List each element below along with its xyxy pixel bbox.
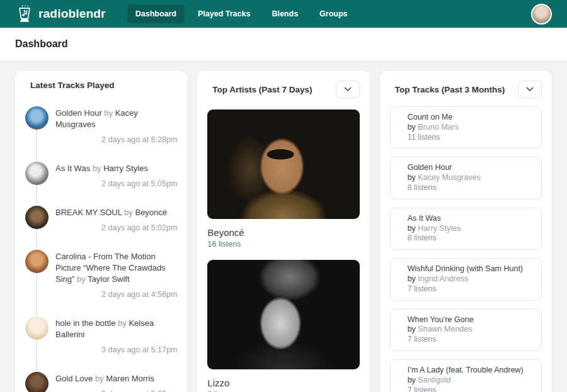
track-listen-count: 8 listens xyxy=(408,183,532,193)
artist-avatar xyxy=(25,316,49,340)
played-track-item: hole in the bottle by Kelsea Ballerini 3… xyxy=(25,316,177,354)
latest-tracks-title: Latest Tracks Played xyxy=(30,81,115,90)
track-title: Wishful Drinking (with Sam Hunt) xyxy=(408,264,532,274)
track-artist: Bruno Mars xyxy=(418,123,459,132)
track-artist: Kacey Musgraves xyxy=(418,173,480,182)
latest-tracks-card: Latest Tracks Played Golden Hour by Kace… xyxy=(15,71,187,392)
played-track-info: BREAK MY SOUL by Beyoncé 2 days ago at 5… xyxy=(55,206,177,232)
main-nav: Dashboard Played Tracks Blends Groups xyxy=(127,4,356,23)
played-track-timestamp: 2 days ago at 6:28pm xyxy=(55,135,177,144)
track-title: When You’re Gone xyxy=(408,315,532,325)
by-label: by xyxy=(408,325,416,333)
top-artists-card: Top Artists (Past 7 Days) Beyoncé 16 lis… xyxy=(197,71,369,392)
top-track-item: Wishful Drinking (with Sam Hunt) by Ingr… xyxy=(390,258,542,300)
played-track-info: Carolina - From The Motion Picture “Wher… xyxy=(55,250,177,299)
top-artist-item: Lizzo 6 listens xyxy=(197,260,369,392)
played-track-line: As It Was by Harry Styles xyxy=(55,163,177,174)
track-title: As It Was xyxy=(55,164,90,173)
by-label: by xyxy=(408,376,416,384)
page-title-bar: Dashboard xyxy=(0,28,567,61)
track-title: BREAK MY SOUL xyxy=(55,208,122,217)
by-label: by xyxy=(408,173,416,182)
track-artist: Ingrid Andress xyxy=(418,274,468,283)
page-title: Dashboard xyxy=(15,38,68,50)
played-track-item: Carolina - From The Motion Picture “Wher… xyxy=(25,250,177,299)
artist-name: Lizzo xyxy=(207,378,359,388)
track-listen-count: 7 listens xyxy=(408,335,532,345)
played-track-line: Gold Love by Maren Morris xyxy=(55,373,177,384)
artist-avatar xyxy=(25,206,49,229)
played-track-line: BREAK MY SOUL by Beyoncé xyxy=(55,207,177,218)
track-artist-line: by Ingrid Andress xyxy=(408,274,532,284)
nav-item-blends[interactable]: Blends xyxy=(263,4,306,23)
played-track-item: Golden Hour by Kacey Musgraves 2 days ag… xyxy=(25,106,177,144)
track-title: As It Was xyxy=(408,214,532,224)
played-track-item: As It Was by Harry Styles 2 days ago at … xyxy=(25,162,177,188)
brand-home-link[interactable]: radioblendr xyxy=(15,3,106,25)
user-avatar[interactable] xyxy=(531,4,552,25)
top-track-item: Golden Hour by Kacey Musgraves 8 listens xyxy=(390,157,542,199)
played-track-item: Gold Love by Maren Morris 3 days ago at … xyxy=(25,372,177,392)
track-artist: Harry Styles xyxy=(103,164,148,173)
track-artist: Beyoncé xyxy=(135,208,167,217)
track-listen-count: 7 listens xyxy=(408,386,532,392)
track-artist-line: by Harry Styles xyxy=(408,224,532,234)
latest-tracks-timeline: Golden Hour by Kacey Musgraves 2 days ag… xyxy=(25,106,177,392)
top-tracks-header: Top Tracks (Past 3 Months) xyxy=(380,71,552,98)
top-tracks-card: Top Tracks (Past 3 Months) Count on Me b… xyxy=(380,71,552,392)
track-title: I’m A Lady (feat. Trouble Andrew) xyxy=(408,366,532,376)
top-artists-title: Top Artists (Past 7 Days) xyxy=(212,85,312,94)
by-label: by xyxy=(93,164,101,173)
track-listen-count: 8 listens xyxy=(408,233,532,244)
top-track-item: Count on Me by Bruno Mars 11 listens xyxy=(390,106,542,148)
track-artist: Harry Styles xyxy=(418,224,461,233)
played-track-timestamp: 2 days ago at 5:05pm xyxy=(55,179,177,188)
track-title: Golden Hour xyxy=(408,163,532,173)
played-track-timestamp: 3 days ago at 5:05pm xyxy=(55,389,177,392)
played-track-item: BREAK MY SOUL by Beyoncé 2 days ago at 5… xyxy=(25,206,177,232)
played-track-timestamp: 2 days ago at 4:56pm xyxy=(55,290,177,299)
played-track-info: Gold Love by Maren Morris 3 days ago at … xyxy=(55,372,177,392)
played-track-line: Golden Hour by Kacey Musgraves xyxy=(55,108,177,130)
by-label: by xyxy=(408,123,416,132)
top-track-item: When You’re Gone by Shawn Mendes 7 liste… xyxy=(390,309,542,351)
top-tracks-list: Count on Me by Bruno Mars 11 listens Gol… xyxy=(390,106,542,392)
top-artist-item: Beyoncé 16 listens xyxy=(197,109,369,249)
track-title: Count on Me xyxy=(408,113,532,123)
by-label: by xyxy=(408,274,416,283)
top-track-item: As It Was by Harry Styles 8 listens xyxy=(390,208,542,250)
top-artists-collapse-button[interactable] xyxy=(336,81,360,98)
track-title: Gold Love xyxy=(55,374,93,383)
artist-avatar xyxy=(25,250,49,273)
nav-item-played-tracks[interactable]: Played Tracks xyxy=(190,4,258,23)
track-artist-line: by Santigold xyxy=(408,376,532,386)
track-title: hole in the bottle xyxy=(55,318,115,328)
brand-name: radioblendr xyxy=(38,7,106,21)
artist-photo xyxy=(207,109,359,219)
chevron-down-icon xyxy=(526,87,534,92)
top-tracks-title: Top Tracks (Past 3 Months) xyxy=(395,85,505,94)
nav-item-dashboard[interactable]: Dashboard xyxy=(127,4,185,23)
track-listen-count: 7 listens xyxy=(408,284,532,294)
played-track-info: As It Was by Harry Styles 2 days ago at … xyxy=(55,162,177,188)
dashboard-content: Latest Tracks Played Golden Hour by Kace… xyxy=(0,61,567,392)
by-label: by xyxy=(408,224,416,233)
by-label: by xyxy=(95,374,104,383)
nav-item-groups[interactable]: Groups xyxy=(311,4,355,23)
artist-avatar xyxy=(25,106,49,130)
artist-listen-count: 16 listens xyxy=(207,240,359,249)
chevron-down-icon xyxy=(344,87,352,92)
played-track-line: Carolina - From The Motion Picture “Wher… xyxy=(55,251,177,285)
top-track-item: I’m A Lady (feat. Trouble Andrew) by San… xyxy=(390,359,542,392)
track-listen-count: 11 listens xyxy=(408,133,532,143)
radioblendr-app: radioblendr Dashboard Played Tracks Blen… xyxy=(0,0,567,392)
top-tracks-collapse-button[interactable] xyxy=(518,81,542,98)
artist-avatar xyxy=(25,162,49,185)
track-artist-line: by Bruno Mars xyxy=(408,123,532,133)
track-artist-line: by Kacey Musgraves xyxy=(408,173,532,183)
played-track-info: hole in the bottle by Kelsea Ballerini 3… xyxy=(55,316,177,354)
by-label: by xyxy=(124,208,133,217)
track-artist: Shawn Mendes xyxy=(418,325,472,333)
track-title: Golden Hour xyxy=(55,108,102,118)
by-label: by xyxy=(118,318,127,328)
